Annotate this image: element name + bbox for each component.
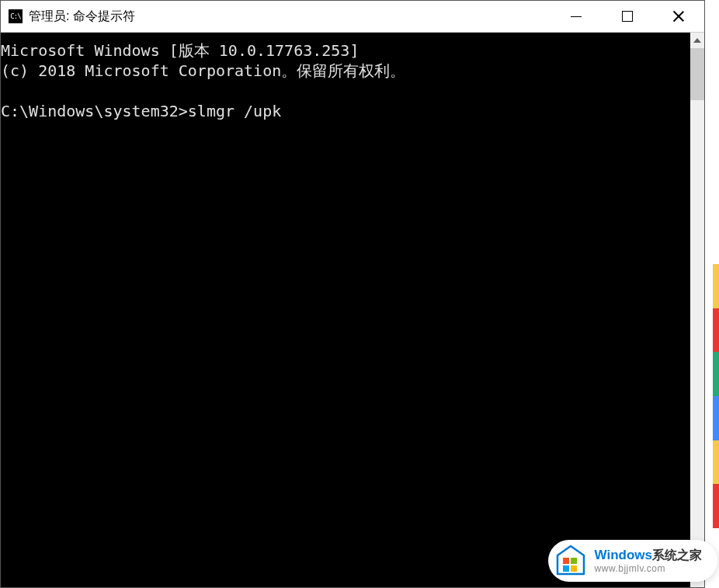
decorative-strip <box>713 264 719 528</box>
terminal-line-version: Microsoft Windows [版本 10.0.17763.253] <box>1 41 359 60</box>
scroll-thumb[interactable] <box>690 48 704 100</box>
svg-rect-2 <box>563 565 569 572</box>
close-icon <box>672 10 685 23</box>
cmd-icon: C:\ <box>9 9 23 23</box>
terminal-prompt: C:\Windows\system32> <box>1 102 188 120</box>
title-left: C:\ 管理员: 命令提示符 <box>1 9 551 25</box>
terminal-command: slmgr /upk <box>188 102 281 120</box>
scroll-up-button[interactable] <box>690 33 704 48</box>
svg-rect-0 <box>563 558 569 564</box>
chevron-up-icon <box>693 38 701 43</box>
command-prompt-window: C:\ 管理员: 命令提示符 Microsoft Windows [版本 10.… <box>0 0 705 588</box>
terminal-area[interactable]: Microsoft Windows [版本 10.0.17763.253] (c… <box>1 33 704 587</box>
watermark-brand-cn: 系统之家 <box>652 548 702 562</box>
minimize-icon <box>571 16 582 17</box>
watermark-badge: Windows 系统之家 www.bjjmlv.com <box>548 540 717 582</box>
close-button[interactable] <box>653 1 704 32</box>
watermark-url: www.bjjmlv.com <box>595 563 702 574</box>
minimize-button[interactable] <box>551 1 602 32</box>
window-title: 管理员: 命令提示符 <box>29 9 135 25</box>
terminal-line-copyright: (c) 2018 Microsoft Corporation。保留所有权利。 <box>1 61 405 80</box>
maximize-icon <box>622 11 633 22</box>
svg-rect-1 <box>571 558 577 564</box>
svg-rect-3 <box>571 565 577 572</box>
watermark-text: Windows 系统之家 www.bjjmlv.com <box>595 548 702 575</box>
window-controls <box>551 1 704 32</box>
terminal-content: Microsoft Windows [版本 10.0.17763.253] (c… <box>1 33 704 121</box>
maximize-button[interactable] <box>602 1 653 32</box>
watermark-logo-icon <box>554 545 587 577</box>
titlebar[interactable]: C:\ 管理员: 命令提示符 <box>1 1 704 33</box>
watermark-brand-en: Windows <box>595 548 652 563</box>
vertical-scrollbar[interactable] <box>690 33 704 587</box>
watermark-title: Windows 系统之家 <box>595 548 702 563</box>
